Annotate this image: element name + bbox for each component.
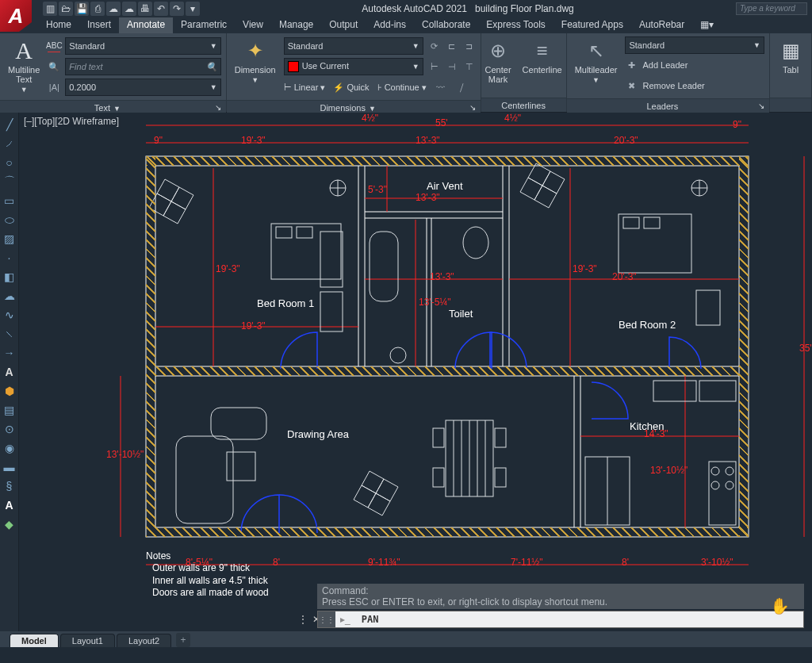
text-height-dropdown[interactable]: 0.2000▼ [65,79,220,96]
menu-output[interactable]: Output [321,17,366,33]
mtext2-icon[interactable]: A [2,498,17,512]
dim-quick-button[interactable]: ⚡ Quick [333,82,369,93]
dim-space-icon[interactable]: ⊤ [463,60,476,73]
dim-update-icon[interactable]: ⟳ [428,40,441,52]
panel-leader-title[interactable]: Leaders↘ [567,98,769,113]
svg-rect-44 [446,420,493,496]
table-button[interactable]: ▦Tabl [775,36,806,76]
drawing-notes: Notes Outer walls are 9" thick Inner all… [146,550,269,600]
svg-rect-35 [623,217,639,228]
menu-home[interactable]: Home [38,17,79,33]
saveall-icon[interactable]: ⎙ [90,2,105,16]
svg-point-59 [711,467,719,475]
undo-icon[interactable]: ↶ [154,2,168,16]
spline-tool-icon[interactable]: ∿ [2,308,17,322]
cmd-dock-icon[interactable]: ⋮ [298,614,308,625]
ellipse-tool-icon[interactable]: ⬭ [2,213,17,227]
dim-continue-icon[interactable]: ⊢ [428,60,441,73]
cloud-open-icon[interactable]: ☁ [106,2,121,16]
add-leader-button[interactable]: ✚Add Leader [625,56,764,75]
cloud-save-icon[interactable]: ☁ [122,2,136,16]
region-tool-icon[interactable]: ◧ [2,270,17,284]
new-icon[interactable]: ▥ [43,2,57,16]
polyline-tool-icon[interactable]: ⟋ [2,136,17,151]
dim-linear-button[interactable]: ⊢ Linear ▾ [284,82,326,93]
dim: 4½" [504,113,521,124]
text-height-icon[interactable]: |A| [48,81,60,94]
multileader-button[interactable]: ↖Multileader▼ [572,36,621,86]
insert-tool-icon[interactable]: ◆ [2,517,17,531]
arc-tool-icon[interactable]: ⌒ [2,174,17,189]
dim-layer-dropdown[interactable]: Use Current▼ [284,58,423,75]
ray-tool-icon[interactable]: → [2,346,17,360]
dim-baseline-icon[interactable]: ⊣ [446,60,458,73]
menu-parametric[interactable]: Parametric [173,17,235,33]
redo-icon[interactable]: ↷ [170,2,184,16]
label-toilet: Toilet [449,308,473,320]
hatch-tool-icon[interactable]: ▨ [2,232,17,246]
find-text-input[interactable]: Find text🔍 [65,58,220,75]
spellcheck-icon[interactable]: ABC [48,40,60,52]
wall-hatch [146,156,749,166]
rectangle-tool-icon[interactable]: ▭ [2,194,17,208]
svg-rect-38 [370,232,398,301]
open-icon[interactable]: 🗁 [59,2,73,16]
leader-style-dropdown[interactable]: Standard▼ [625,36,764,54]
command-input[interactable]: ⋮⋮ ▸_ PAN [317,611,804,628]
xline-tool-icon[interactable]: ⟍ [2,327,17,341]
find-icon[interactable]: 🔍 [48,60,60,73]
tab-layout1[interactable]: Layout1 [60,634,115,647]
label-bedroom2: Bed Room 2 [619,319,676,331]
menu-view[interactable]: View [235,17,271,33]
drawing-canvas[interactable]: Bed Room 1 Bed Room 2 Toilet Air Vent Ki… [19,113,812,604]
mtext-tool-icon[interactable]: A [2,365,17,379]
menu-manage[interactable]: Manage [271,17,321,33]
dimension-button[interactable]: ✦ Dimension ▼ [232,36,279,86]
table-tool-icon[interactable]: ▤ [2,403,17,417]
add-layout-button[interactable]: + [176,633,190,647]
menu-addins[interactable]: Add-ins [366,17,414,33]
dim-break-icon[interactable]: ⊏ [446,40,458,52]
point-style-icon[interactable]: ⊙ [2,422,17,436]
qat-more-icon[interactable]: ▾ [186,2,200,16]
multiline-text-button[interactable]: A Multiline Text ▼ [5,36,43,95]
point-tool-icon[interactable]: · [2,251,17,265]
menu-annotate[interactable]: Annotate [119,17,173,33]
revision-cloud-icon[interactable]: ☁ [2,289,17,303]
block-tool-icon[interactable]: ⬢ [2,384,17,398]
dim-continue-button[interactable]: ⊦ Continue ▾ [377,82,427,93]
text-style-dropdown[interactable]: Standard▼ [65,37,220,55]
menu-extra-icon[interactable]: ▦▾ [692,17,722,33]
menu-collaborate[interactable]: Collaborate [414,17,478,33]
svg-rect-0 [146,156,749,537]
remove-leader-icon: ✖ [625,79,638,92]
plot-icon[interactable]: 🖶 [138,2,152,16]
menu-autorebar[interactable]: AutoRebar [631,17,692,33]
tab-layout2[interactable]: Layout2 [117,634,171,647]
centerline-button[interactable]: ≡Centerline [519,36,565,76]
dim: 13'-3" [416,192,440,203]
wipeout-tool-icon[interactable]: ▬ [2,460,17,474]
dim-jog-icon[interactable]: 〰 [435,81,447,94]
centermark-button[interactable]: ⊕Center Mark [482,36,515,86]
dim-adjust-icon[interactable]: ⊐ [463,40,476,52]
save-icon[interactable]: 💾 [75,2,89,16]
tab-model[interactable]: Model [10,634,59,647]
svg-rect-41 [176,436,233,523]
helix-tool-icon[interactable]: § [2,479,17,493]
dim-style-dropdown[interactable]: Standard▼ [284,37,423,55]
line-tool-icon[interactable]: ╱ [2,117,17,132]
menu-insert[interactable]: Insert [79,17,119,33]
dim: 20'-3" [612,271,637,282]
cmd-grip-icon[interactable]: ⋮⋮ [318,611,335,627]
help-search[interactable]: Type a keyword [736,2,807,15]
dim-oblique-icon[interactable]: ⧸ [455,81,468,94]
circle-tool-icon[interactable]: ○ [2,155,17,170]
donut-tool-icon[interactable]: ◉ [2,441,17,455]
menu-featured[interactable]: Featured Apps [553,17,631,33]
svg-rect-51 [433,468,444,487]
svg-rect-31 [297,227,312,238]
remove-leader-button[interactable]: ✖Remove Leader [625,76,764,95]
menu-express[interactable]: Express Tools [478,17,553,33]
wall-hatch [739,156,749,537]
